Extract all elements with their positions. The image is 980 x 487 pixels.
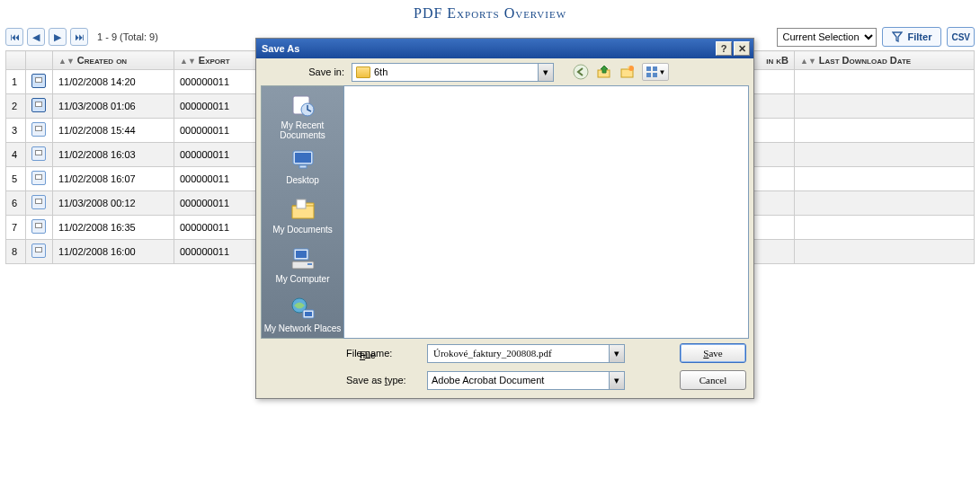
save-as-dialog: Save As ? ✕ Save in: 6th ▾ xyxy=(255,38,754,399)
save-button[interactable]: Save xyxy=(680,343,746,363)
dialog-titlebar[interactable]: Save As ? ✕ xyxy=(256,39,753,58)
my-documents-icon xyxy=(289,196,317,223)
my-computer-icon xyxy=(289,245,317,272)
svg-rect-15 xyxy=(296,251,307,258)
save-icon[interactable] xyxy=(31,244,46,258)
place-network-places[interactable]: My Network Places xyxy=(264,290,342,338)
col-created-on[interactable]: ▲▼Created on xyxy=(53,51,174,70)
download-cell[interactable] xyxy=(26,191,53,216)
col-last-download[interactable]: ▲▼Last Download Date xyxy=(795,51,975,70)
row-number: 6 xyxy=(6,191,26,216)
svg-rect-5 xyxy=(653,66,657,71)
svg-rect-20 xyxy=(305,312,312,316)
view-icon xyxy=(646,66,658,78)
row-number: 2 xyxy=(6,94,26,119)
pager-first-button[interactable]: ⏮ xyxy=(5,28,23,46)
selection-filter-select[interactable]: Current Selection xyxy=(777,28,877,47)
new-folder-icon xyxy=(619,64,636,80)
funnel-icon xyxy=(892,31,903,42)
filename-field[interactable] xyxy=(432,347,606,359)
save-as-type-select[interactable]: Adobe Acrobat Document ▾ xyxy=(427,371,625,390)
place-desktop[interactable]: Desktop xyxy=(264,142,342,190)
svg-point-3 xyxy=(628,66,634,71)
cell-export: 000000011 xyxy=(174,94,264,119)
col-export[interactable]: ▲▼Export xyxy=(174,51,264,70)
view-menu-button[interactable]: ▼ xyxy=(642,63,669,81)
page-title: PDF Exports Overview xyxy=(0,0,980,25)
save-in-label: Save in: xyxy=(263,66,344,77)
download-cell[interactable] xyxy=(26,143,53,167)
save-icon[interactable] xyxy=(31,98,46,112)
cell-last-download xyxy=(795,167,975,191)
svg-rect-13 xyxy=(297,199,306,208)
pager-status: 1 - 9 (Total: 9) xyxy=(97,31,158,42)
cell-export: 000000011 xyxy=(174,167,264,191)
cell-created-on: 11/03/2008 00:12 xyxy=(53,191,174,216)
cell-export: 000000011 xyxy=(174,240,264,264)
download-cell[interactable] xyxy=(26,167,53,191)
col-icon xyxy=(26,51,53,70)
dialog-title-text: Save As xyxy=(262,43,299,54)
back-arrow-icon xyxy=(573,64,589,80)
download-cell[interactable] xyxy=(26,240,53,264)
svg-rect-7 xyxy=(653,73,657,77)
save-icon[interactable] xyxy=(31,122,46,137)
cell-export: 000000011 xyxy=(174,143,264,167)
cell-last-download xyxy=(795,119,975,143)
pager-last-button[interactable]: ⏭ xyxy=(70,28,88,46)
download-cell[interactable] xyxy=(26,119,53,143)
svg-rect-4 xyxy=(646,66,651,71)
cancel-button[interactable]: Cancel xyxy=(680,370,746,390)
new-folder-button[interactable] xyxy=(619,63,637,81)
download-cell[interactable] xyxy=(26,216,53,240)
download-cell[interactable] xyxy=(26,70,53,94)
save-icon[interactable] xyxy=(31,219,46,234)
places-bar: My Recent Documents Desktop My Documents… xyxy=(261,85,343,339)
save-icon[interactable] xyxy=(31,195,46,209)
cell-last-download xyxy=(795,143,975,167)
back-button[interactable] xyxy=(572,63,590,81)
recent-documents-icon xyxy=(289,92,317,119)
download-cell[interactable] xyxy=(26,94,53,119)
place-my-documents[interactable]: My Documents xyxy=(264,191,342,239)
pager-prev-button[interactable]: ◀ xyxy=(27,28,45,46)
svg-rect-11 xyxy=(295,153,311,163)
row-number: 4 xyxy=(6,143,26,167)
save-icon[interactable] xyxy=(31,146,46,161)
cell-export: 000000011 xyxy=(174,191,264,216)
pager-next-button[interactable]: ▶ xyxy=(49,28,67,46)
place-my-computer[interactable]: My Computer xyxy=(264,241,342,288)
cell-created-on: 11/03/2008 01:06 xyxy=(53,94,174,119)
network-places-icon xyxy=(289,295,317,322)
chevron-down-icon[interactable]: ▾ xyxy=(538,64,553,81)
save-icon[interactable] xyxy=(31,74,46,88)
row-number: 5 xyxy=(6,167,26,191)
filename-input[interactable]: ▾ xyxy=(427,344,625,363)
cell-export: 000000011 xyxy=(174,119,264,143)
svg-rect-17 xyxy=(307,263,312,265)
cell-export: 000000011 xyxy=(174,216,264,240)
folder-up-icon xyxy=(596,64,612,80)
save-as-type-label: Save as type: xyxy=(346,375,416,385)
cell-created-on: 11/02/2008 16:35 xyxy=(53,216,174,240)
row-number: 1 xyxy=(6,70,26,94)
file-list-pane[interactable] xyxy=(343,85,749,339)
cell-created-on: 11/02/2008 16:00 xyxy=(53,240,174,264)
row-number: 8 xyxy=(6,240,26,264)
save-in-dropdown[interactable]: 6th ▾ xyxy=(352,63,554,82)
svg-rect-6 xyxy=(646,73,651,77)
chevron-down-icon[interactable]: ▾ xyxy=(609,372,624,389)
filter-button[interactable]: Filter xyxy=(882,27,942,47)
csv-export-button[interactable]: CSV xyxy=(947,27,975,47)
up-one-level-button[interactable] xyxy=(595,63,613,81)
dialog-help-button[interactable]: ? xyxy=(716,41,732,56)
chevron-down-icon[interactable]: ▾ xyxy=(609,345,624,362)
place-recent-documents[interactable]: My Recent Documents xyxy=(264,92,342,140)
folder-icon xyxy=(356,66,370,78)
cell-created-on: 11/02/2008 16:07 xyxy=(53,167,174,191)
save-icon[interactable] xyxy=(31,171,46,185)
dialog-close-button[interactable]: ✕ xyxy=(734,41,750,56)
cell-last-download xyxy=(795,191,975,216)
cell-created-on: 11/02/2008 15:44 xyxy=(53,119,174,143)
cell-created-on: 11/02/2008 14:20 xyxy=(53,70,174,94)
